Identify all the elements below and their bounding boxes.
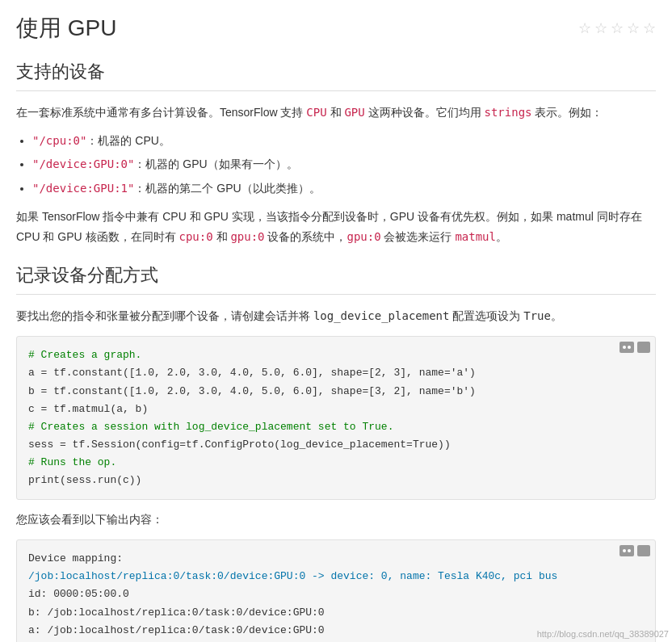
dots-button-1[interactable]	[620, 342, 634, 353]
page-wrapper: 使用 GPU ☆ ☆ ☆ ☆ ☆ 支持的设备 在一套标准系统中通常有多台计算设备…	[0, 0, 672, 642]
output-device-line-1: /job:localhost/replica:0/task:0/device:G…	[28, 570, 557, 582]
watermark: http://blog.csdn.net/qq_38389027	[537, 629, 669, 639]
section-supported-devices: 支持的设备 在一套标准系统中通常有多台计算设备。TensorFlow 支持 CP…	[16, 60, 656, 247]
star-2[interactable]: ☆	[594, 19, 607, 37]
dots-button-2[interactable]	[620, 545, 634, 556]
dot1	[623, 346, 626, 349]
matmul-ref: matmul	[455, 230, 496, 243]
copy-button-2[interactable]	[637, 545, 650, 556]
strings-text: strings	[485, 106, 532, 119]
star-4[interactable]: ☆	[627, 19, 640, 37]
section1-note: 如果 TensorFlow 指令中兼有 CPU 和 GPU 实现，当该指令分配到…	[16, 207, 656, 247]
cpu-text: CPU	[306, 106, 326, 119]
cpu0-ref: cpu:0	[178, 230, 212, 243]
page-header: 使用 GPU ☆ ☆ ☆ ☆ ☆	[16, 13, 656, 44]
section2-title: 记录设备分配方式	[16, 263, 656, 287]
bullet-code-1: "/cpu:0"	[32, 134, 86, 147]
dot4	[628, 549, 631, 552]
output-block-1: Device mapping: /job:localhost/replica:0…	[16, 539, 656, 642]
code-line-comment-3: # Runs the op.	[28, 456, 116, 468]
dot2	[628, 346, 631, 349]
code-line-comment-1: # Creates a graph.	[28, 349, 141, 361]
bullet-item-3: "/device:GPU:1"：机器的第二个 GPU（以此类推）。	[32, 178, 656, 199]
gpu-text: GPU	[344, 106, 364, 119]
section-device-logging: 记录设备分配方式 要找出您的指令和张量被分配到哪个设备，请创建会话并将 log_…	[16, 263, 656, 642]
true-ref: True	[523, 309, 551, 322]
section1-intro: 在一套标准系统中通常有多台计算设备。TensorFlow 支持 CPU 和 GP…	[16, 103, 656, 123]
page-title: 使用 GPU	[16, 13, 116, 44]
section2-intro: 要找出您的指令和张量被分配到哪个设备，请创建会话并将 log_device_pl…	[16, 306, 656, 326]
code-actions-1	[620, 342, 650, 353]
section1-divider	[16, 90, 656, 91]
bullet-item-2: "/device:GPU:0"：机器的 GPU（如果有一个）。	[32, 154, 656, 174]
output-content-1: Device mapping: /job:localhost/replica:0…	[17, 540, 655, 642]
section1-title: 支持的设备	[16, 60, 656, 84]
star-rating[interactable]: ☆ ☆ ☆ ☆ ☆	[578, 19, 656, 37]
bullet-code-2: "/device:GPU:0"	[32, 157, 134, 170]
log-device-ref: log_device_placement	[313, 309, 450, 322]
bullet-code-3: "/device:GPU:1"	[32, 182, 134, 195]
gpu0-ref: gpu:0	[230, 230, 264, 243]
bullet-list: "/cpu:0"：机器的 CPU。 "/device:GPU:0"：机器的 GP…	[32, 131, 656, 199]
gpu0-ref2: gpu:0	[346, 230, 380, 243]
code-block-1: # Creates a graph. a = tf.constant([1.0,…	[16, 336, 656, 500]
bullet-item-1: "/cpu:0"：机器的 CPU。	[32, 131, 656, 151]
star-3[interactable]: ☆	[611, 19, 624, 37]
star-1[interactable]: ☆	[578, 19, 591, 37]
section2-divider	[16, 294, 656, 295]
code-actions-2	[620, 545, 650, 556]
copy-button-1[interactable]	[637, 342, 650, 353]
code-content-1: # Creates a graph. a = tf.constant([1.0,…	[17, 337, 655, 499]
output-intro: 您应该会看到以下输出内容：	[16, 510, 656, 530]
dot3	[623, 549, 626, 552]
star-5[interactable]: ☆	[643, 19, 656, 37]
code-line-comment-2: # Creates a session with log_device_plac…	[28, 421, 393, 433]
